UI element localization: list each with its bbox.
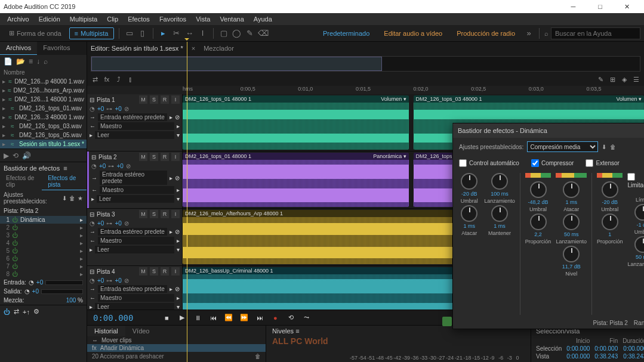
track-i-button[interactable]: I	[171, 210, 180, 218]
skip-button[interactable]: ⤳	[300, 312, 312, 324]
knob-value[interactable]: 100 ms	[491, 191, 509, 197]
file-row[interactable]: ▸≈DM2_126_tops_01.wav	[0, 104, 87, 113]
go-start-button[interactable]: ⏮	[207, 312, 219, 324]
tool-icon[interactable]: ▯	[137, 28, 148, 39]
pan-icon[interactable]: ⊶	[108, 163, 114, 169]
tab-files[interactable]: Archivos	[0, 42, 37, 55]
track-name[interactable]: Pista 3	[97, 211, 137, 218]
tab-video[interactable]: Vídeo	[125, 326, 157, 336]
mixer-tab[interactable]: Mezclador	[204, 45, 234, 52]
knob[interactable]	[530, 181, 547, 198]
knob-value[interactable]: 1	[608, 231, 611, 237]
power-icon[interactable]: ⏻	[4, 308, 10, 315]
knob[interactable]	[634, 204, 644, 221]
eq-icon[interactable]: ⫿	[127, 76, 135, 83]
preset-select[interactable]: Compresión media	[527, 141, 598, 152]
delete-preset-icon[interactable]: 🗑	[610, 144, 616, 150]
move-tool-icon[interactable]: ▸	[158, 28, 169, 39]
knob-value[interactable]: 1 ms	[565, 199, 577, 205]
phase-icon[interactable]: ⊘	[124, 220, 129, 227]
slot-power-icon[interactable]: ⏻	[12, 263, 18, 270]
file-row[interactable]: ▸≈DM2_126...3 48000 1.wav	[0, 113, 87, 122]
tool-icon[interactable]: ✎	[245, 28, 255, 39]
file-row[interactable]: ▸≈DM2_126_tops_05.wav	[0, 131, 87, 140]
clip-tag[interactable]: Panorámica ▾	[373, 153, 406, 159]
compressor-checkbox[interactable]: Compressor	[531, 159, 574, 167]
panel-menu-icon[interactable]: ≡	[63, 165, 67, 172]
output-gain[interactable]: +0	[32, 288, 39, 295]
loop-button[interactable]: ⟲	[285, 312, 297, 324]
more-workspaces-icon[interactable]: »	[523, 28, 534, 39]
track-i-button[interactable]: I	[171, 153, 180, 161]
fx-slot[interactable]: 6⏻▸	[0, 255, 87, 262]
track-r-button[interactable]: R	[161, 267, 169, 276]
track-output[interactable]: Maestro	[98, 122, 174, 130]
file-row[interactable]: ▸≈DM2_126...hours_Arp.wav	[0, 86, 87, 95]
knob[interactable]	[461, 173, 477, 190]
record-button[interactable]: ●	[269, 312, 281, 324]
rec-arm-icon[interactable]: ⊘	[175, 175, 180, 181]
timeline-ruler[interactable]: hms0:00,50:01,00:01,50:02,00:02,50:03,00…	[87, 86, 644, 94]
fx-slot[interactable]: 8⏻▸	[0, 270, 87, 278]
track-name[interactable]: Pista 2	[98, 154, 137, 160]
marker-icon[interactable]: ◈	[620, 76, 628, 83]
slot-power-icon[interactable]: ⏻	[12, 255, 18, 262]
pan-icon[interactable]: ⊶	[106, 220, 112, 227]
tool-icon[interactable]: ▭	[124, 28, 135, 39]
time-tool-icon[interactable]: I	[198, 28, 208, 39]
tab-favorites[interactable]: Favoritos	[37, 42, 76, 55]
save-preset-icon[interactable]: ⬇	[602, 144, 606, 150]
knob[interactable]	[461, 205, 477, 222]
waveform-mode-button[interactable]: ⊞Forma de onda	[4, 27, 67, 39]
vol-icon[interactable]: ◔	[90, 220, 95, 227]
track-volume[interactable]: +0	[97, 277, 104, 284]
settings-icon[interactable]: ⚙	[33, 308, 39, 315]
track-name[interactable]: Pista 4	[97, 268, 137, 275]
track-volume[interactable]: +0	[97, 106, 104, 112]
add-icon[interactable]: +↑	[23, 308, 30, 315]
save-preset-icon[interactable]: ⬇	[62, 195, 67, 202]
fx-slot[interactable]: 5⏻▸	[0, 247, 87, 255]
rec-arm-icon[interactable]: ⊘	[175, 228, 180, 235]
chevron-icon[interactable]: ▸	[80, 255, 83, 262]
gain-icon[interactable]: ◔	[29, 279, 34, 286]
slot-power-icon[interactable]: ⏻	[12, 232, 18, 239]
tool-icon[interactable]: ◯	[232, 28, 242, 39]
clip-tag[interactable]: Volumen ▾	[381, 96, 406, 102]
edit-icon[interactable]: ✎	[596, 76, 605, 83]
track-output[interactable]: Maestro	[100, 186, 174, 194]
track-s-button[interactable]: S	[150, 153, 158, 161]
selview-value[interactable]: 0:00.000	[566, 353, 590, 360]
track-s-button[interactable]: S	[150, 95, 158, 104]
slot-power-icon[interactable]: ⏻	[12, 271, 18, 277]
knob[interactable]	[563, 246, 580, 262]
pan-icon[interactable]: ⊶	[106, 277, 112, 284]
mix-value[interactable]: 100	[66, 297, 76, 304]
menu-archivo[interactable]: Archivo	[2, 16, 34, 23]
track-m-button[interactable]: M	[139, 95, 147, 104]
fx-slot[interactable]: 1⏻Dinámica▸	[0, 216, 87, 224]
vol-icon[interactable]: ◔	[90, 106, 95, 112]
menu-efectos[interactable]: Efectos	[123, 16, 155, 23]
track-r-button[interactable]: R	[161, 95, 169, 104]
history-item[interactable]: fxAñadir Dinámica	[87, 344, 266, 352]
track-input[interactable]: Entrada estéreo predete	[98, 228, 167, 236]
track-automation[interactable]: Leer	[95, 303, 174, 310]
vol-icon[interactable]: ◔	[90, 277, 95, 284]
timecode[interactable]: 0:00.000	[93, 313, 133, 323]
chain-icon[interactable]: ⇄	[14, 308, 19, 315]
menu-favoritos[interactable]: Favoritos	[155, 16, 191, 23]
slot-power-icon[interactable]: ⏻	[12, 247, 18, 254]
pan-icon[interactable]: ⊶	[106, 106, 112, 112]
loop-icon[interactable]: ⟲	[13, 151, 19, 160]
maximize-button[interactable]: □	[587, 0, 614, 13]
close-tab-icon[interactable]: ×	[192, 45, 195, 52]
menu-multipista[interactable]: Multipista	[65, 16, 102, 23]
knob[interactable]	[634, 236, 644, 253]
overview-bar[interactable]	[91, 56, 640, 72]
track-input[interactable]: Entrada estéreo predete	[100, 171, 167, 185]
knob[interactable]	[530, 214, 547, 230]
tab-clip-fx[interactable]: Efectos de clip	[0, 173, 42, 190]
forward-button[interactable]: ⏩	[238, 312, 250, 324]
fx-slot[interactable]: 4⏻▸	[0, 239, 87, 247]
